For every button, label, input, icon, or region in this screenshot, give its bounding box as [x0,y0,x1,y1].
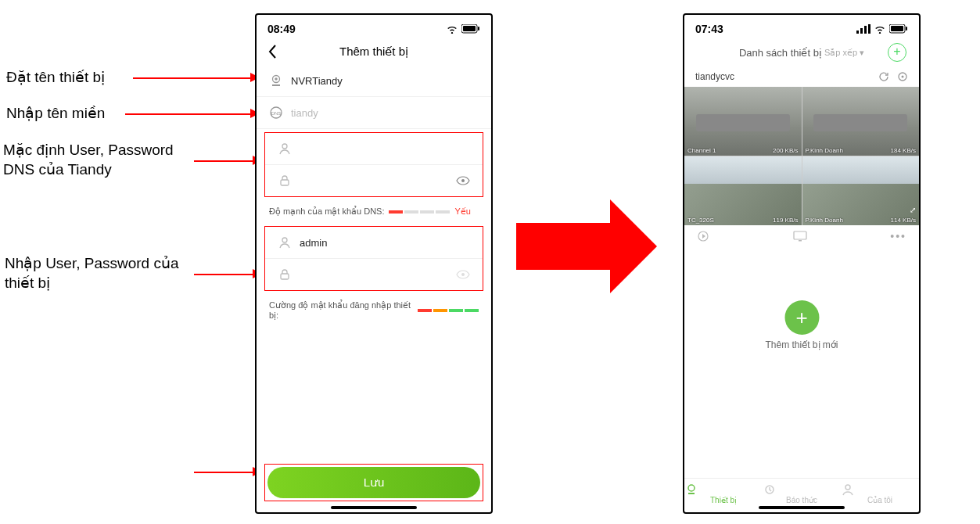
cell-label: P.Kinh Doanh [806,217,843,224]
mine-tab-icon [841,483,919,496]
battery-icon [889,24,908,34]
device-row[interactable]: tiandycvc [684,66,919,87]
tab-label: Thiết bị [710,496,737,504]
svg-rect-13 [856,31,859,34]
cell-label: TC_320S [687,217,714,224]
eye-icon[interactable] [456,270,470,279]
add-button[interactable]: + [888,43,906,62]
add-device-section: + Thêm thiết bị mới [765,300,838,350]
svg-rect-16 [868,24,871,34]
home-indicator [759,506,845,509]
header-title: Danh sách thiết bị [739,47,822,59]
svg-rect-15 [864,26,867,34]
arrow-line [194,472,253,473]
alarm-tab-icon [763,483,841,496]
camera-cell-3[interactable]: TC_320S119 KB/s [684,156,802,225]
user-icon [278,235,292,249]
row-device-pass[interactable] [265,259,483,290]
more-icon[interactable]: ••• [890,230,906,242]
wifi-icon [874,24,886,34]
svg-text:DNS: DNS [271,111,282,116]
tab-devices[interactable]: Thiết bị [684,483,763,504]
svg-rect-1 [463,26,476,31]
status-time: 07:43 [695,23,723,35]
save-button[interactable]: Lưu [267,467,480,498]
status-icons [446,24,480,34]
transition-arrow-icon [516,223,610,270]
device-name-value: NVRTiandy [291,75,479,87]
expand-icon[interactable]: ⤢ [910,206,916,214]
svg-point-12 [461,273,465,276]
svg-point-25 [688,485,695,491]
arrow-line [194,160,253,162]
row-device-name[interactable]: NVRTiandy [257,65,491,97]
label-domain-name: Nhập tên miền [6,104,105,124]
toolbar: ••• [684,225,919,247]
battery-icon [461,24,480,34]
phone-device-list: 07:43 Danh sách thiết bị Sắp xếp ▾ + tia… [683,13,921,514]
cell-label: P.Kinh Doanh [806,147,843,154]
svg-rect-14 [860,28,863,34]
titlebar: Thêm thiết bị [257,38,491,65]
arrow-line [125,113,250,115]
chevron-left-icon [267,45,277,59]
refresh-icon[interactable] [878,71,889,82]
tab-bar: Thiết bị Báo thức Của tôi [684,478,919,504]
play-icon[interactable] [697,230,709,242]
svg-rect-19 [906,27,907,31]
add-device-button[interactable]: + [784,300,819,335]
status-icons [856,24,908,34]
lock-icon [278,267,292,282]
row-dns-pass[interactable] [265,165,483,196]
tab-mine[interactable]: Của tôi [841,483,919,504]
cell-rate: 119 KB/s [773,217,798,224]
row-dns-user[interactable] [265,133,483,165]
tab-label: Báo thức [786,496,817,504]
svg-point-21 [902,76,904,78]
device-credentials-group: admin [264,226,483,291]
eye-icon[interactable] [456,176,470,185]
dns-credentials-group [264,132,483,197]
wifi-icon [446,24,458,34]
status-bar: 07:43 [684,15,919,38]
device-name-label: tiandycvc [695,71,734,82]
svg-point-28 [845,485,850,490]
svg-rect-23 [794,231,806,239]
svg-rect-8 [281,180,289,185]
phone-add-device: 08:49 Thêm thiết bị NVRTiandy DNS tiandy [255,13,493,514]
save-button-wrap: Lưu [264,464,483,501]
page-title: Thêm thiết bị [339,45,408,59]
device-user-value: admin [300,237,470,249]
svg-rect-11 [281,274,289,279]
domain-value: tiandy [291,107,479,119]
lock-icon [278,174,292,188]
cell-rate: 200 KB/s [773,147,798,154]
signal-icon [856,24,871,34]
dns-strength-word: Yếu [454,206,470,217]
back-button[interactable] [267,45,277,59]
camera-cell-4[interactable]: ⤢P.Kinh Doanh114 KB/s [802,156,920,225]
label-device-creds: Nhập User, Password của thiết bị [5,254,179,293]
screen-icon[interactable] [793,231,807,242]
sort-dropdown[interactable]: Sắp xếp ▾ [824,48,864,58]
svg-point-7 [282,144,287,149]
settings-icon[interactable] [897,71,908,82]
svg-rect-26 [688,493,695,494]
device-tab-icon [684,483,763,496]
status-bar: 08:49 [257,15,491,38]
camera-cell-2[interactable]: P.Kinh Doanh184 KB/s [802,87,920,156]
camera-cell-1[interactable]: Channel 1200 KB/s [684,87,802,156]
label-dns-creds: Mặc định User, Password DNS của Tiandy [3,141,174,179]
tab-alarm[interactable]: Báo thức [763,483,841,504]
camera-grid: Channel 1200 KB/s P.Kinh Doanh184 KB/s T… [684,87,919,225]
add-device-label: Thêm thiết bị mới [765,339,838,350]
svg-rect-2 [478,27,479,31]
dns-strength-label: Độ mạnh của mật khẩu DNS: [269,206,384,217]
dns-icon: DNS [269,106,283,120]
device-strength-row: Cường độ mật khẩu đăng nhập thiết bị: [257,294,491,327]
svg-rect-24 [799,240,802,242]
device-strength-label: Cường độ mật khẩu đăng nhập thiết bị: [269,300,413,321]
row-domain[interactable]: DNS tiandy [257,97,491,129]
camera-icon [269,74,283,88]
row-device-user[interactable]: admin [265,227,483,259]
